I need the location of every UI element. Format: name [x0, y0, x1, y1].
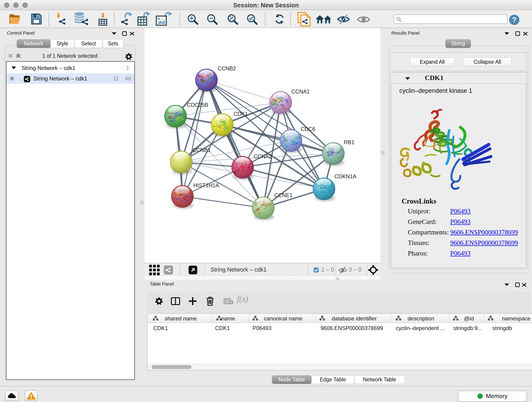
svg-text:CCNB2: CCNB2 [218, 65, 236, 71]
svg-text:CCNE1: CCNE1 [274, 192, 293, 198]
svg-text:CCNB1: CCNB1 [192, 147, 211, 153]
svg-text:CDKN1A: CDKN1A [335, 173, 356, 179]
svg-text:CDC6: CDC6 [301, 126, 315, 132]
svg-text:RB1: RB1 [344, 139, 355, 145]
svg-text:CDK1: CDK1 [234, 111, 248, 117]
svg-text:CCNA1: CCNA1 [291, 89, 310, 95]
svg-text:CDC25B: CDC25B [187, 102, 208, 108]
svg-text:HIST1H1A: HIST1H1A [193, 182, 219, 188]
svg-text:CCNA2: CCNA2 [254, 153, 272, 160]
